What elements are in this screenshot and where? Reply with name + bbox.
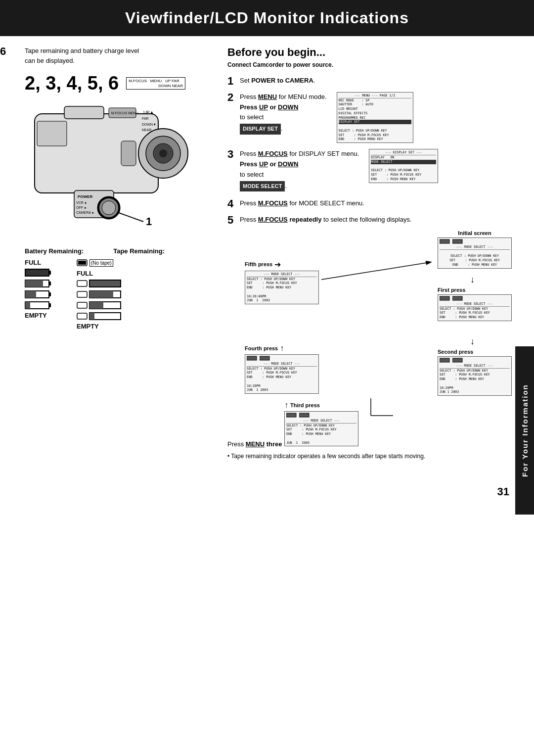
- svg-rect-24: [25, 269, 49, 276]
- svg-text:1: 1: [146, 215, 152, 228]
- svg-text:M.FOCUS MENU: M.FOCUS MENU: [111, 111, 138, 115]
- step-3-number: 3: [227, 149, 233, 160]
- third-press-area: ↑ Third press --- MODE SELECT --- SELECT…: [284, 401, 358, 447]
- second-press-area: Second press --- MODE SELECT --- SELECT …: [438, 349, 512, 396]
- svg-rect-56: [286, 413, 296, 417]
- step-4: 4 Press M.FOCUS for MODE SELECT menu.: [227, 198, 519, 209]
- numbers-label: 2, 3, 4, 5, 6 M.FOCUS MENU UP FAR DOWN N…: [25, 73, 218, 94]
- step-1-number: 1: [227, 76, 233, 87]
- battery-full: FULL: [25, 259, 41, 266]
- step-3: 3 Press M.FOCUS for DISPLAY SET menu. Pr…: [227, 149, 519, 192]
- svg-rect-6: [37, 121, 67, 146]
- svg-rect-44: [89, 302, 103, 309]
- step-4-number: 4: [227, 198, 233, 209]
- svg-rect-48: [440, 239, 449, 243]
- battery-tape-section: Battery Remaining: Tape Remaining: FULL …: [25, 247, 218, 330]
- svg-rect-30: [25, 291, 36, 298]
- fourth-press-area: Fourth press ↑ --- MODE SELECT --- SELEC…: [245, 344, 319, 394]
- page-title: Viewfinder/LCD Monitor Indications: [0, 0, 534, 36]
- step-6: 6 Press MENU three times to exit.: [227, 440, 519, 448]
- svg-text:CAMERA ●: CAMERA ●: [76, 211, 94, 214]
- step-2: 2 Press MENU for MENU mode. Press UP or …: [227, 92, 519, 143]
- tape-header: Tape Remaining:: [113, 247, 165, 255]
- note-text: • Tape remaining indicator operates a fe…: [227, 452, 519, 461]
- svg-rect-57: [299, 413, 309, 417]
- svg-rect-36: [78, 261, 86, 265]
- step-1: 1 Set POWER to CAMERA.: [227, 76, 519, 86]
- svg-rect-31: [49, 292, 51, 296]
- battery-header: Battery Remaining:: [25, 247, 84, 255]
- display-set-badge: DISPLAY SET: [240, 124, 281, 135]
- tape-empty: EMPTY: [77, 323, 99, 330]
- svg-rect-23: [121, 141, 136, 166]
- camera-illustration: M.FOCUS MENU UP▲ FAR DOWN▼ NEAR POWER VC…: [25, 99, 208, 237]
- mode-select-badge: MODE SELECT: [240, 181, 285, 192]
- svg-line-20: [119, 213, 143, 222]
- page-number: 31: [0, 485, 534, 498]
- svg-rect-38: [89, 280, 121, 287]
- svg-rect-47: [89, 313, 94, 320]
- svg-rect-39: [77, 291, 87, 297]
- svg-point-4: [159, 149, 167, 157]
- svg-text:OFF ●: OFF ●: [76, 206, 86, 209]
- battery-empty: EMPTY: [25, 312, 47, 319]
- svg-rect-51: [452, 296, 462, 300]
- svg-rect-54: [440, 358, 449, 362]
- svg-rect-33: [25, 302, 30, 309]
- no-tape: (No tape): [89, 259, 113, 267]
- initial-screen-area: Initial screen --- MODE SELECT --- SELEC…: [438, 230, 512, 269]
- svg-rect-55: [452, 358, 462, 362]
- svg-point-16: [102, 201, 116, 215]
- first-press-area: First press --- MODE SELECT --- SELECT :…: [438, 287, 512, 321]
- tape-full: FULL: [77, 270, 93, 277]
- svg-text:FAR: FAR: [142, 117, 149, 120]
- svg-rect-49: [452, 239, 462, 243]
- connect-note: Connect Camcorder to power source.: [227, 61, 519, 68]
- svg-rect-42: [77, 302, 87, 308]
- first-press-arrow-down: ↓: [470, 275, 475, 285]
- svg-rect-53: [260, 356, 269, 360]
- svg-text:NEAR: NEAR: [142, 128, 151, 132]
- fifth-press-area: Fifth press ➔ --- MODE SELECT --- SELECT…: [245, 260, 319, 304]
- svg-text:DOWN▼: DOWN▼: [142, 123, 156, 126]
- svg-rect-27: [25, 280, 43, 287]
- svg-rect-50: [440, 296, 449, 300]
- svg-text:POWER: POWER: [78, 194, 92, 199]
- side-tab: For Your Information: [515, 346, 534, 515]
- step-5-number: 5: [227, 215, 233, 226]
- before-begin-heading: Before you begin...: [227, 46, 519, 59]
- svg-rect-52: [247, 356, 257, 360]
- svg-rect-28: [49, 282, 51, 285]
- svg-rect-25: [49, 271, 51, 275]
- svg-text:UP▲: UP▲: [143, 110, 154, 115]
- svg-rect-41: [89, 291, 113, 298]
- svg-text:VCR ●: VCR ●: [76, 201, 87, 204]
- svg-rect-37: [77, 281, 87, 286]
- svg-rect-34: [49, 303, 51, 307]
- svg-rect-45: [77, 313, 87, 319]
- svg-line-58: [321, 262, 430, 280]
- step-2-number: 2: [227, 92, 233, 103]
- intro-text: Tape remaining and battery charge level …: [25, 46, 218, 65]
- svg-rect-5: [64, 106, 104, 119]
- second-press-arrow-down: ↓: [470, 336, 475, 347]
- step-5: 5 Press M.FOCUS repeatedly to select the…: [227, 215, 519, 433]
